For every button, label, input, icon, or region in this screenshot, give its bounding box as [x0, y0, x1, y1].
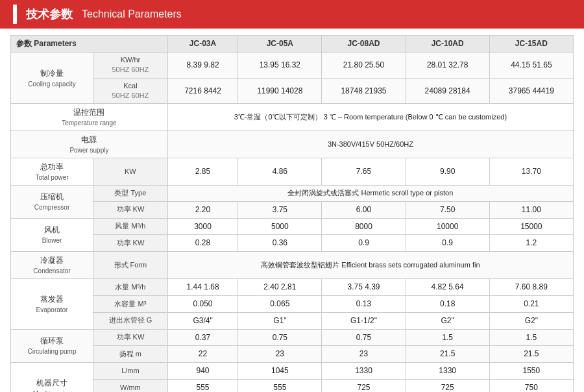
data-cell: 7.60 8.89 — [489, 279, 573, 296]
data-cell: 0.36 — [238, 235, 322, 252]
sub-label-cell: 功率 KW — [93, 201, 167, 218]
category-cell: 温控范围Temperature range — [11, 104, 168, 131]
category-cell: 风机Blower — [11, 218, 93, 252]
data-cell: 1.5 — [406, 329, 489, 346]
sub-label-cell: 水容量 M³ — [93, 295, 167, 312]
data-cell: 0.9 — [322, 235, 406, 252]
sub-label-cell: 水量 M³/h — [93, 279, 167, 296]
th-model-jc03a: JC-03A — [167, 36, 237, 53]
category-cell: 制冷量Cooling capacity — [11, 52, 93, 104]
table-row: 风机Blower风量 M³/h3000500080001000015000 — [11, 218, 574, 235]
th-model-jc10ad: JC-10AD — [406, 36, 489, 53]
header-accent — [13, 5, 17, 24]
data-cell: 23 — [238, 346, 322, 363]
data-cell: 7.65 — [322, 158, 406, 186]
sub-label-cell: 功率 KW — [93, 235, 167, 252]
data-cell: 23 — [322, 346, 406, 363]
table-row: 水容量 M³0.0500.0650.130.180.21 — [11, 295, 574, 312]
sub-label-cell: 类型 Type — [93, 186, 167, 201]
data-cell: 555 — [167, 379, 237, 392]
sub-label-cell: KW/hr50HZ 60HZ — [93, 52, 167, 78]
data-cell: 9.90 — [406, 158, 489, 186]
data-cell: 1550 — [489, 363, 573, 380]
th-model-jc05a: JC-05A — [238, 36, 322, 53]
data-cell: 28.01 32.78 — [406, 52, 489, 78]
data-cell: 24089 28184 — [406, 78, 489, 104]
sub-label-cell: 扬程 m — [93, 346, 167, 363]
data-cell: 10000 — [406, 218, 489, 235]
data-cell: G2" — [489, 312, 573, 329]
data-cell: 11990 14028 — [238, 78, 322, 104]
data-cell: 37965 44419 — [489, 78, 573, 104]
header-cn-title: 技术参数 — [26, 6, 73, 22]
data-cell: 0.75 — [322, 329, 406, 346]
sub-label-cell: 功率 KW — [93, 329, 167, 346]
data-cell: 1330 — [406, 363, 489, 380]
table-row: 电源Power supply3N-380V/415V 50HZ/60HZ — [11, 131, 574, 158]
data-cell: 0.75 — [238, 329, 322, 346]
data-cell: 725 — [406, 379, 489, 392]
sub-label-cell: Kcal50HZ 60HZ — [93, 78, 167, 104]
data-cell: 0.37 — [167, 329, 237, 346]
data-cell: 2.85 — [167, 158, 237, 186]
data-cell: 21.5 — [406, 346, 489, 363]
category-cell: 冷凝器Condensator — [11, 252, 93, 279]
data-cell: 1.2 — [489, 235, 573, 252]
sub-label-cell: 形式 Form — [93, 252, 167, 279]
table-row: 冷凝器Condensator形式 Form高效铜管套波纹型铝翅片 Efficie… — [11, 252, 574, 279]
data-cell: 7216 8442 — [167, 78, 237, 104]
span-sub-value-cell: 高效铜管套波纹型铝翅片 Efficient brass sets corruga… — [167, 252, 573, 279]
data-cell: 2.40 2.81 — [238, 279, 322, 296]
category-cell: 电源Power supply — [11, 131, 168, 158]
span-value-cell: 3℃-常温（0℃以下可定制） 3 ℃ – Room temperature (B… — [167, 104, 573, 131]
table-row: 扬程 m22232321.521.5 — [11, 346, 574, 363]
data-cell: 8.39 9.82 — [167, 52, 237, 78]
category-cell: 总功率Total power — [11, 158, 93, 186]
data-cell: 3.75 4.39 — [322, 279, 406, 296]
data-cell: 1045 — [238, 363, 322, 380]
span-value-cell: 3N-380V/415V 50HZ/60HZ — [167, 131, 573, 158]
page-wrapper: 技术参数 Technical Parameters 参数 Parameters … — [0, 0, 584, 392]
data-cell: 0.065 — [238, 295, 322, 312]
data-cell: 555 — [238, 379, 322, 392]
sub-label-cell: 进出水管径 G — [93, 312, 167, 329]
table-row: 进出水管径 GG3/4"G1"G1-1/2"G2"G2" — [11, 312, 574, 329]
data-cell: 3.75 — [238, 201, 322, 218]
table-row: W/mm555555725725750 — [11, 379, 574, 392]
table-row: 总功率Total powerKW2.854.867.659.9013.70 — [11, 158, 574, 186]
data-cell: 4.86 — [238, 158, 322, 186]
data-cell: 1.5 — [489, 329, 573, 346]
data-cell: G3/4" — [167, 312, 237, 329]
table-row: 压缩机Compressor类型 Type全封闭涡旋式或活塞式 Hermetic … — [11, 186, 574, 201]
data-cell: 13.95 16.32 — [238, 52, 322, 78]
sub-label-cell: W/mm — [93, 379, 167, 392]
table-row: 温控范围Temperature range3℃-常温（0℃以下可定制） 3 ℃ … — [11, 104, 574, 131]
span-sub-value-cell: 全封闭涡旋式或活塞式 Hermetic scroll type or pisto… — [167, 186, 573, 201]
data-cell: 18748 21935 — [322, 78, 406, 104]
table-row: 制冷量Cooling capacityKW/hr50HZ 60HZ8.39 9.… — [11, 52, 574, 78]
category-cell: 机器尺寸Machine size — [11, 363, 93, 392]
data-cell: 0.28 — [167, 235, 237, 252]
data-cell: 725 — [322, 379, 406, 392]
data-cell: 15000 — [489, 218, 573, 235]
th-model-jc15ad: JC-15AD — [489, 36, 573, 53]
table-header-row: 参数 Parameters JC-03A JC-05A JC-08AD JC-1… — [11, 36, 574, 53]
data-cell: 0.050 — [167, 295, 237, 312]
category-cell: 循环泵Circulating pump — [11, 329, 93, 363]
params-table: 参数 Parameters JC-03A JC-05A JC-08AD JC-1… — [10, 35, 574, 392]
data-cell: 21.5 — [489, 346, 573, 363]
data-cell: 22 — [167, 346, 237, 363]
data-cell: G2" — [406, 312, 489, 329]
data-cell: 0.21 — [489, 295, 573, 312]
data-cell: 2.20 — [167, 201, 237, 218]
data-cell: 1.44 1.68 — [167, 279, 237, 296]
data-cell: G1" — [238, 312, 322, 329]
sub-label-cell: L/mm — [93, 363, 167, 380]
data-cell: 4.82 5.64 — [406, 279, 489, 296]
page-header: 技术参数 Technical Parameters — [0, 0, 584, 29]
data-cell: 8000 — [322, 218, 406, 235]
data-cell: 940 — [167, 363, 237, 380]
data-cell: 21.80 25.50 — [322, 52, 406, 78]
data-cell: 5000 — [238, 218, 322, 235]
data-cell: 750 — [489, 379, 573, 392]
